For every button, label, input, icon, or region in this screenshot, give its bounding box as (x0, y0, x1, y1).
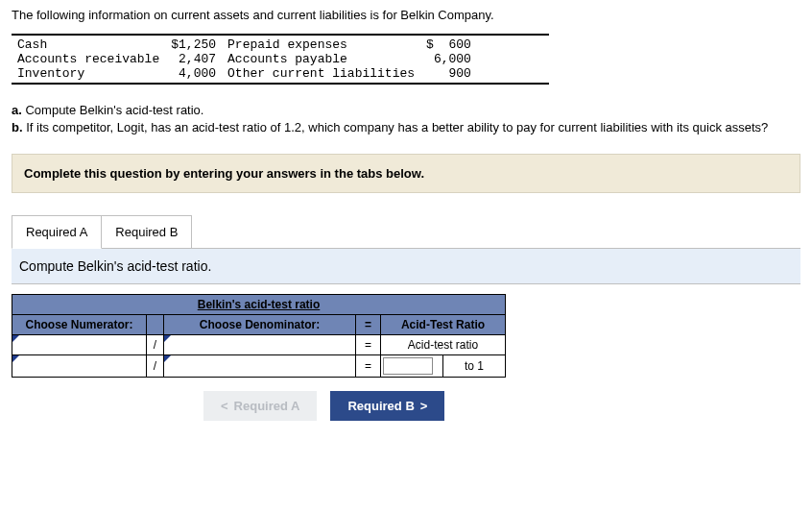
value: 4,000 (165, 66, 222, 81)
value: $ 600 (420, 37, 477, 52)
q-b-label: b. (12, 120, 23, 134)
slash-header (147, 315, 164, 335)
label: Other current liabilities (222, 66, 420, 81)
numerator-dropdown[interactable] (12, 335, 147, 355)
value: 6,000 (420, 52, 477, 66)
tab-panel-a: Compute Belkin's acid-test ratio. Belkin… (12, 248, 800, 421)
chevron-down-icon (164, 335, 171, 342)
tab-required-b[interactable]: Required B (101, 215, 192, 249)
slash: / (147, 335, 164, 355)
chevron-right-icon: > (420, 399, 428, 413)
q-a-label: a. (12, 103, 22, 117)
next-button[interactable]: Required B > (330, 391, 444, 421)
next-label: Required B (347, 399, 414, 413)
label: Cash (12, 37, 165, 52)
value: $1,250 (165, 37, 222, 52)
chevron-down-icon (164, 355, 171, 362)
label: Prepaid expenses (222, 37, 420, 52)
denominator-dropdown[interactable] (164, 335, 356, 355)
ratio-table: Belkin's acid-test ratio Choose Numerato… (12, 294, 506, 378)
question-list: a. Compute Belkin's acid-test ratio. b. … (12, 102, 800, 136)
value: 2,407 (165, 52, 222, 66)
ratio-input-cell (381, 355, 443, 378)
info-table: Cash $1,250 Prepaid expenses $ 600 Accou… (12, 34, 549, 85)
q-b-text: If its competitor, Logit, has an acid-te… (23, 120, 769, 134)
chevron-down-icon (12, 355, 19, 362)
tab-required-a[interactable]: Required A (12, 215, 102, 249)
numerator-value[interactable] (12, 355, 147, 378)
value: 900 (420, 66, 477, 81)
table-row: Inventory 4,000 Other current liabilitie… (12, 66, 477, 81)
tab-strip: Required A Required B (12, 214, 800, 248)
denominator-value[interactable] (164, 355, 356, 378)
nav-row: < Required A Required B > (203, 391, 800, 421)
slash: / (147, 355, 164, 378)
eq: = (356, 335, 381, 355)
choose-denominator-header: Choose Denominator: (164, 315, 356, 335)
chevron-left-icon: < (221, 399, 228, 413)
problem-intro: The following information on current ass… (12, 8, 800, 22)
label: Accounts receivable (12, 52, 165, 66)
ratio-title: Belkin's acid-test ratio (12, 295, 506, 315)
eq: = (356, 355, 381, 378)
prev-label: Required A (234, 399, 300, 413)
to-1: to 1 (443, 355, 506, 378)
table-row: Accounts receivable 2,407 Accounts payab… (12, 52, 477, 66)
panel-instruction: Compute Belkin's acid-test ratio. (12, 249, 800, 284)
acid-test-ratio-header: Acid-Test Ratio (381, 315, 506, 335)
ratio-input[interactable] (383, 357, 433, 375)
table-row: Cash $1,250 Prepaid expenses $ 600 (12, 37, 477, 52)
label: Accounts payable (222, 52, 420, 66)
prev-button[interactable]: < Required A (203, 391, 317, 421)
eq-header: = (356, 315, 381, 335)
chevron-down-icon (12, 335, 19, 342)
hint-bar: Complete this question by entering your … (12, 154, 800, 193)
acid-test-label: Acid-test ratio (381, 335, 506, 355)
choose-numerator-header: Choose Numerator: (12, 315, 147, 335)
q-a-text: Compute Belkin's acid-test ratio. (22, 103, 204, 117)
label: Inventory (12, 66, 165, 81)
